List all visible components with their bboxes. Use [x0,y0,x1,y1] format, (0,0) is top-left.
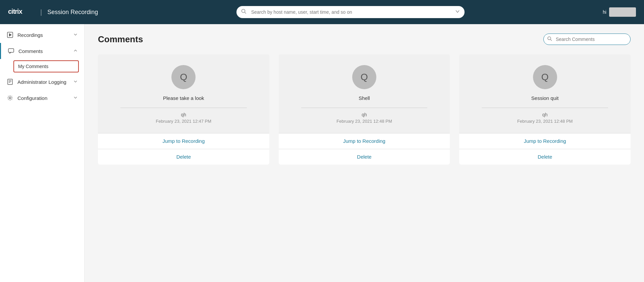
card-top-1: Q Shell qh February 23, 2021 12:48 PM [279,54,450,133]
search-comments[interactable] [543,34,631,45]
svg-text:citrix: citrix [8,8,22,15]
global-search[interactable] [236,6,465,18]
sidebar-item-recordings[interactable]: Recordings [0,27,84,43]
search-comments-icon [547,37,552,42]
brand-divider: | [40,8,42,16]
brand: citrix | Session Recording [8,6,98,18]
card-comment-1: Shell [359,95,370,101]
card-comment-0: Please take a look [163,95,204,101]
sidebar-sub-item-my-comments[interactable]: My Comments [13,60,79,72]
svg-point-1 [241,9,245,13]
card-avatar-0: Q [171,65,196,89]
card-delete-0[interactable]: Delete [98,149,269,165]
global-search-icon [241,9,247,15]
my-comments-label: My Comments [18,64,48,69]
sidebar-item-admin-logging[interactable]: Administrator Logging [0,74,84,90]
jump-link-0[interactable]: Jump to Recording [162,138,205,144]
global-search-input[interactable] [236,6,465,18]
card-divider-2 [482,108,608,108]
recordings-chevron-icon [73,33,77,38]
delete-link-2[interactable]: Delete [538,154,552,160]
card-comment-2: Session quit [531,95,559,101]
sidebar-item-configuration[interactable]: Configuration [0,90,84,106]
sidebar-comments-label: Comments [18,48,43,54]
card-top-0: Q Please take a look qh February 23, 202… [98,54,269,133]
svg-line-12 [550,40,552,41]
comment-card-1: Q Shell qh February 23, 2021 12:48 PM Ju… [279,54,450,165]
card-jump-1[interactable]: Jump to Recording [279,133,450,149]
card-delete-2[interactable]: Delete [459,149,631,165]
delete-link-0[interactable]: Delete [176,154,191,160]
delete-link-1[interactable]: Delete [357,154,371,160]
main-content: Comments Q Please take a look qh [85,24,644,282]
top-nav: citrix | Session Recording hi [0,0,644,24]
svg-marker-4 [9,33,12,37]
svg-rect-6 [8,79,12,84]
svg-point-11 [548,37,551,40]
page-header: Comments [98,34,631,45]
card-date-2: February 23, 2021 12:48 PM [517,119,573,124]
sidebar-admin-label: Administrator Logging [17,79,66,85]
sidebar-config-label: Configuration [17,95,47,101]
card-avatar-1: Q [352,65,376,89]
search-chevron-icon[interactable] [455,9,460,15]
admin-chevron-icon [73,79,77,84]
card-date-0: February 23, 2021 12:47 PM [156,119,212,124]
card-divider-0 [120,108,247,108]
page-title: Comments [98,34,143,45]
gear-icon [7,95,13,101]
jump-link-1[interactable]: Jump to Recording [343,138,385,144]
card-date-1: February 23, 2021 12:48 PM [336,119,392,124]
card-jump-0[interactable]: Jump to Recording [98,133,269,149]
user-avatar [609,7,636,17]
user-greeting: hi [603,9,606,15]
comments-chevron-icon [73,49,77,54]
card-avatar-2: Q [533,65,557,89]
svg-point-10 [9,97,11,99]
config-chevron-icon [73,96,77,101]
comment-icon [8,48,14,54]
jump-link-2[interactable]: Jump to Recording [524,138,566,144]
svg-line-2 [245,12,246,14]
brand-logo: citrix [8,6,35,18]
search-comments-input[interactable] [543,34,631,45]
card-delete-1[interactable]: Delete [279,149,450,165]
log-icon [7,78,13,85]
layout: Recordings Comments My Comments [0,24,644,282]
brand-title: Session Recording [47,9,98,16]
card-top-2: Q Session quit qh February 23, 2021 12:4… [459,54,631,133]
user-info: hi [603,7,636,17]
sidebar-recordings-label: Recordings [17,32,43,38]
play-icon [7,32,13,38]
comment-card-0: Q Please take a look qh February 23, 202… [98,54,269,165]
comment-card-2: Q Session quit qh February 23, 2021 12:4… [459,54,631,165]
card-user-1: qh [362,112,367,117]
card-divider-1 [301,108,428,108]
sidebar: Recordings Comments My Comments [0,24,85,282]
card-jump-2[interactable]: Jump to Recording [459,133,631,149]
sidebar-item-comments[interactable]: Comments [0,43,84,59]
svg-rect-5 [8,49,14,52]
card-user-0: qh [181,112,186,117]
card-user-2: qh [542,112,548,117]
cards-grid: Q Please take a look qh February 23, 202… [98,54,631,165]
